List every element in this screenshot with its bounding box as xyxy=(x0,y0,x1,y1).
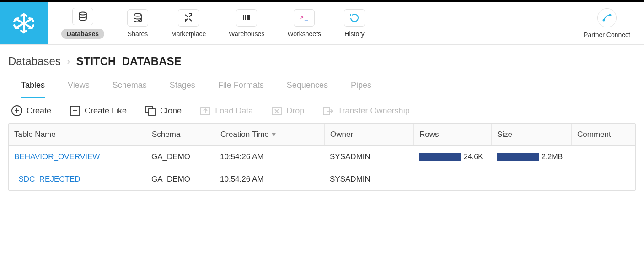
nav-worksheets[interactable]: >_ Worksheets xyxy=(287,9,321,38)
size-bar xyxy=(497,153,539,161)
nav-history[interactable]: History xyxy=(344,9,365,38)
copy-icon xyxy=(145,105,156,117)
nav-label: Worksheets xyxy=(287,30,321,38)
cell-comment xyxy=(571,168,635,190)
svg-rect-17 xyxy=(248,18,250,20)
breadcrumb-current: STITCH_DATABASE xyxy=(76,55,182,68)
table-row[interactable]: _SDC_REJECTED GA_DEMO 10:54:26 AM SYSADM… xyxy=(9,168,635,190)
load-data-button[interactable]: Load Data... xyxy=(199,105,260,117)
cell-creation: 10:54:26 AM xyxy=(215,168,324,190)
cell-owner: SYSADMIN xyxy=(324,146,413,168)
nav-marketplace[interactable]: Marketplace xyxy=(171,9,206,38)
nav-warehouses[interactable]: Warehouses xyxy=(229,9,264,38)
nav-items: Databases Shares Marketplace Warehouses xyxy=(48,2,644,44)
svg-rect-11 xyxy=(245,16,246,18)
svg-rect-10 xyxy=(243,16,244,18)
nav-label: Marketplace xyxy=(171,30,206,38)
svg-rect-6 xyxy=(243,15,244,16)
size-value: 2.2MB xyxy=(542,153,563,161)
tab-stages[interactable]: Stages xyxy=(170,81,195,98)
nav-label: History xyxy=(344,30,365,38)
col-header-label: Creation Time xyxy=(220,130,269,139)
cell-comment xyxy=(571,146,635,168)
tab-file-formats[interactable]: File Formats xyxy=(218,81,264,98)
button-label: Drop... xyxy=(286,106,311,116)
col-header-comment[interactable]: Comment xyxy=(571,124,635,145)
svg-rect-9 xyxy=(248,15,250,16)
svg-text:>: > xyxy=(300,14,304,21)
top-navbar: Databases Shares Marketplace Warehouses xyxy=(0,0,644,45)
col-header-owner[interactable]: Owner xyxy=(324,124,413,145)
button-label: Create Like... xyxy=(85,106,134,116)
nav-shares[interactable]: Shares xyxy=(127,9,148,38)
breadcrumb-separator-icon: › xyxy=(67,57,70,66)
nav-divider xyxy=(388,11,388,36)
cell-schema: GA_DEMO xyxy=(146,168,215,190)
table-toolbar: Create... Create Like... Clone... Load D… xyxy=(0,98,644,123)
table-row[interactable]: BEHAVIOR_OVERVIEW GA_DEMO 10:54:26 AM SY… xyxy=(9,146,635,168)
cell-size: 2.2MB xyxy=(491,146,571,168)
worksheets-icon: >_ xyxy=(294,9,315,27)
tab-views[interactable]: Views xyxy=(68,81,90,98)
nav-label: Warehouses xyxy=(229,30,264,38)
drop-button[interactable]: Drop... xyxy=(271,105,311,117)
svg-rect-15 xyxy=(245,18,246,20)
table-name-link[interactable]: BEHAVIOR_OVERVIEW xyxy=(14,152,100,161)
svg-rect-7 xyxy=(245,15,246,16)
partner-connect[interactable]: Partner Connect xyxy=(584,8,630,38)
svg-point-3 xyxy=(79,12,86,15)
transfer-ownership-button[interactable]: Transfer Ownership xyxy=(322,105,409,117)
svg-point-4 xyxy=(134,13,141,16)
rows-bar xyxy=(419,153,461,161)
table-header-row: Table Name Schema Creation Time ▼ Owner … xyxy=(9,124,635,146)
create-button[interactable]: Create... xyxy=(11,105,58,117)
tables-grid: Table Name Schema Creation Time ▼ Owner … xyxy=(8,123,636,191)
button-label: Clone... xyxy=(160,106,188,116)
cell-size xyxy=(491,168,571,190)
breadcrumb-root[interactable]: Databases xyxy=(8,55,61,68)
warehouses-icon xyxy=(236,9,257,27)
nav-label: Databases xyxy=(61,29,104,39)
table-name-link[interactable]: _SDC_REJECTED xyxy=(14,175,80,184)
partner-connect-icon xyxy=(597,8,617,27)
delete-icon xyxy=(271,105,283,117)
col-header-schema[interactable]: Schema xyxy=(146,124,215,145)
tab-sequences[interactable]: Sequences xyxy=(287,81,328,98)
svg-text:_: _ xyxy=(304,14,308,21)
upload-icon xyxy=(199,105,211,117)
col-header-size[interactable]: Size xyxy=(491,124,571,145)
clone-button[interactable]: Clone... xyxy=(145,105,188,117)
partner-connect-label: Partner Connect xyxy=(584,31,630,38)
button-label: Create... xyxy=(27,106,58,116)
sort-desc-icon: ▼ xyxy=(271,131,277,138)
svg-rect-14 xyxy=(243,18,244,20)
history-icon xyxy=(344,9,365,27)
tab-pipes[interactable]: Pipes xyxy=(351,81,371,98)
svg-rect-16 xyxy=(247,18,248,20)
nav-databases[interactable]: Databases xyxy=(61,8,104,39)
svg-rect-29 xyxy=(149,109,155,115)
plus-square-icon xyxy=(69,105,81,117)
col-header-rows[interactable]: Rows xyxy=(413,124,491,145)
cell-rows xyxy=(413,168,491,190)
snowflake-icon xyxy=(12,11,36,35)
tab-tables[interactable]: Tables xyxy=(21,81,45,98)
databases-icon xyxy=(72,8,93,25)
section-tabs: Tables Views Schemas Stages File Formats… xyxy=(0,68,644,98)
cell-schema: GA_DEMO xyxy=(146,146,215,168)
rows-value: 24.6K xyxy=(464,153,483,161)
tab-schemas[interactable]: Schemas xyxy=(113,81,147,98)
button-label: Load Data... xyxy=(215,106,260,116)
breadcrumb: Databases › STITCH_DATABASE xyxy=(0,45,644,68)
cell-rows: 24.6K xyxy=(413,146,491,168)
plus-circle-icon xyxy=(11,105,23,117)
nav-label: Shares xyxy=(128,30,148,38)
cell-creation: 10:54:26 AM xyxy=(215,146,324,168)
col-header-name[interactable]: Table Name xyxy=(9,124,146,145)
marketplace-icon xyxy=(178,9,199,27)
col-header-creation[interactable]: Creation Time ▼ xyxy=(215,124,324,145)
cell-owner: SYSADMIN xyxy=(324,168,413,190)
snowflake-logo[interactable] xyxy=(0,2,48,44)
create-like-button[interactable]: Create Like... xyxy=(69,105,134,117)
svg-rect-12 xyxy=(247,16,248,18)
